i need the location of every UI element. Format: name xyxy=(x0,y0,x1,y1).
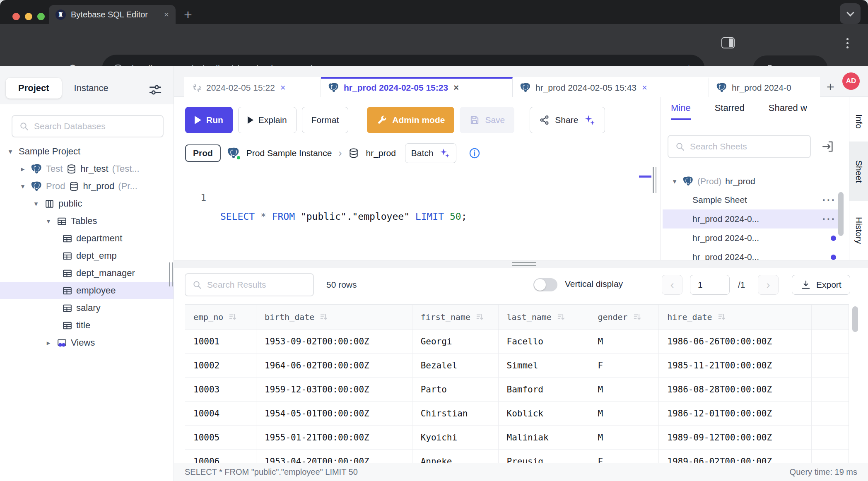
table-row: 100011953-09-02T00:00:00ZGeorgiFacelloM1… xyxy=(185,329,849,354)
results-search-input[interactable] xyxy=(207,280,306,290)
tree-item-department[interactable]: department xyxy=(0,230,174,247)
browser-window: ♜ Bytebase SQL Editor × + ← → ⟳ localhos… xyxy=(0,0,868,481)
tree-item-tables[interactable]: ▾ Tables xyxy=(0,212,174,230)
search-icon xyxy=(675,142,685,152)
page-number-input[interactable] xyxy=(690,275,730,295)
more-menu-icon[interactable]: ··· xyxy=(822,198,836,202)
sheet-tab-1[interactable]: 2024-02-05 15:22 × xyxy=(184,77,321,97)
share-button[interactable]: Share xyxy=(530,107,605,133)
environment-badge[interactable]: Prod xyxy=(185,144,221,162)
tree-item-employee[interactable]: employee xyxy=(0,282,174,299)
column-header-last-name[interactable]: last_name xyxy=(499,305,590,329)
tab-sheet[interactable]: Sheet xyxy=(849,142,868,201)
filter-sliders-icon[interactable] xyxy=(148,83,162,97)
connection-breadcrumb: Prod Prod Sample Instance › hr_prod Batc… xyxy=(174,133,661,163)
close-icon[interactable]: × xyxy=(642,82,647,93)
column-header-hire-date[interactable]: hire_date xyxy=(659,305,812,329)
sidebar-header: Project Instance xyxy=(0,66,174,104)
user-avatar[interactable]: AD xyxy=(842,72,860,90)
window-close-button[interactable] xyxy=(12,13,20,20)
tree-item-title[interactable]: title xyxy=(0,317,174,334)
prev-page-button[interactable]: ‹ xyxy=(662,275,682,295)
panel-resize-handle[interactable] xyxy=(653,167,656,193)
browser-menu-button[interactable] xyxy=(846,38,849,48)
sql-code-area[interactable]: 1 SELECT * FROM "public"."employee" LIMI… xyxy=(174,169,661,245)
sheet-item-unsaved-1[interactable]: hr_prod 2024-0... xyxy=(663,228,844,248)
export-button[interactable]: Export xyxy=(792,275,850,295)
browser-tab[interactable]: ♜ Bytebase SQL Editor × xyxy=(49,5,176,24)
sort-icon[interactable] xyxy=(557,313,566,322)
instance-name[interactable]: Prod Sample Instance xyxy=(246,148,332,158)
tree-item-hr-prod[interactable]: ▾ Prod hr_prod (Pr... xyxy=(0,178,174,195)
sort-icon[interactable] xyxy=(717,313,726,322)
sheet-list-scrollbar[interactable] xyxy=(838,192,844,236)
batch-button[interactable]: Batch xyxy=(405,143,456,163)
download-icon xyxy=(800,279,811,290)
sheet-group-hr-prod[interactable]: ▾ (Prod) hr_prod xyxy=(663,172,844,190)
sheet-tab-4[interactable]: hr_prod 2024-0 xyxy=(709,77,820,97)
more-menu-icon[interactable]: ··· xyxy=(822,217,836,221)
tree-item-dept-manager[interactable]: dept_manager xyxy=(0,265,174,282)
sheet-item-unsaved-2[interactable]: hr_prod 2024-0... xyxy=(663,248,844,260)
sidebar-resize-handle[interactable] xyxy=(169,262,173,286)
tab-search-button[interactable] xyxy=(840,3,861,24)
tree-item-hr-test[interactable]: ▸ Test hr_test (Test... xyxy=(0,160,174,178)
tab-project[interactable]: Project xyxy=(6,78,62,99)
admin-mode-button[interactable]: Admin mode xyxy=(367,107,454,133)
window-zoom-button[interactable] xyxy=(37,13,45,20)
divider-drag-handle[interactable] xyxy=(512,262,536,266)
tab-info[interactable]: Info xyxy=(849,102,868,142)
tab-history[interactable]: History xyxy=(849,201,868,260)
results-scrollbar[interactable] xyxy=(852,306,858,332)
sql-statement[interactable]: SELECT * FROM "public"."employee" LIMIT … xyxy=(220,207,467,226)
tree-item-schema-public[interactable]: ▾ public xyxy=(0,195,174,212)
tab-shared[interactable]: Shared w xyxy=(769,103,807,120)
format-button[interactable]: Format xyxy=(302,107,349,133)
tree-item-salary[interactable]: salary xyxy=(0,299,174,317)
new-browser-tab-button[interactable]: + xyxy=(184,7,192,23)
database-search[interactable] xyxy=(12,115,164,137)
sheet-tab-2-active[interactable]: hr_prod 2024-02-05 15:23 × xyxy=(321,77,513,97)
close-icon[interactable]: × xyxy=(280,82,286,93)
sheet-item-current[interactable]: hr_prod 2024-0... ··· xyxy=(663,209,844,228)
next-page-button[interactable]: › xyxy=(758,275,779,295)
table-icon xyxy=(62,320,72,331)
tree-item-dept-emp[interactable]: dept_emp xyxy=(0,247,174,265)
new-sheet-button[interactable]: + xyxy=(820,79,834,95)
tab-starred[interactable]: Starred xyxy=(715,103,745,120)
column-header-birth-date[interactable]: birth_date xyxy=(256,305,412,329)
column-header-gender[interactable]: gender xyxy=(589,305,659,329)
results-search[interactable] xyxy=(185,273,314,296)
tree-item-views[interactable]: ▸ Views xyxy=(0,334,174,351)
tab-instance[interactable]: Instance xyxy=(62,78,121,99)
sheet-item-sample-sheet[interactable]: Sample Sheet ··· xyxy=(663,190,844,209)
vertical-display-toggle[interactable] xyxy=(533,278,557,291)
column-header-first-name[interactable]: first_name xyxy=(412,305,499,329)
sort-icon[interactable] xyxy=(475,313,485,322)
sort-icon[interactable] xyxy=(633,313,642,322)
close-icon[interactable]: × xyxy=(453,82,459,93)
chevron-down-icon: ▾ xyxy=(18,182,27,191)
tree-item-sample-project[interactable]: ▾ Sample Project xyxy=(0,143,174,160)
run-button[interactable]: Run xyxy=(185,107,233,133)
sheet-search-input[interactable] xyxy=(690,142,803,152)
window-minimize-button[interactable] xyxy=(25,13,32,20)
database-icon xyxy=(69,181,79,192)
database-name[interactable]: hr_prod xyxy=(366,148,395,158)
save-button[interactable]: Save xyxy=(460,107,514,133)
explain-button[interactable]: Explain xyxy=(238,107,297,133)
column-header-emp-no[interactable]: emp_no xyxy=(185,305,256,329)
database-search-input[interactable] xyxy=(34,121,156,131)
sheet-search[interactable] xyxy=(668,135,811,158)
side-panel-icon[interactable] xyxy=(721,37,735,48)
tab-mine[interactable]: Mine xyxy=(671,103,691,120)
info-icon[interactable] xyxy=(469,147,480,159)
collapse-panel-icon[interactable] xyxy=(821,140,834,153)
postgres-icon xyxy=(520,82,531,93)
save-icon xyxy=(469,115,480,125)
browser-tab-title: Bytebase SQL Editor xyxy=(71,10,159,19)
browser-tab-close-icon[interactable]: × xyxy=(164,10,169,19)
sheet-tab-3[interactable]: hr_prod 2024-02-05 15:43 × xyxy=(513,77,709,97)
sort-icon[interactable] xyxy=(319,313,328,322)
sort-icon[interactable] xyxy=(228,313,237,322)
